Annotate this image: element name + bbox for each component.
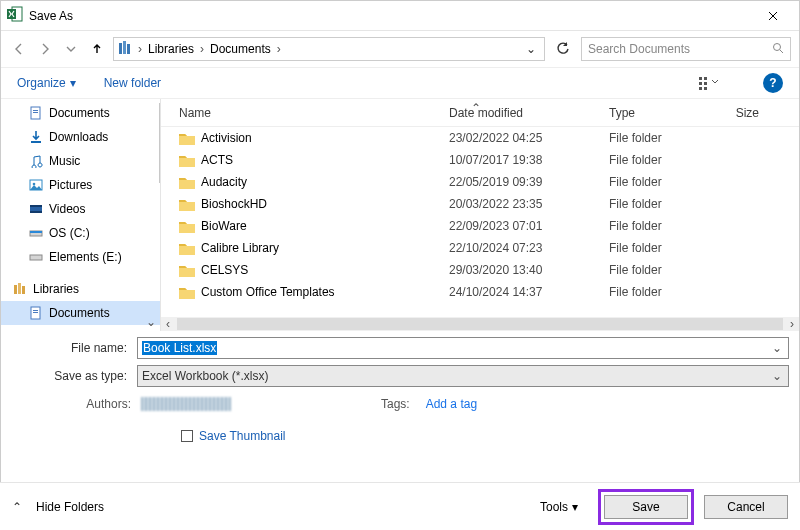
window-close-button[interactable] — [753, 2, 793, 30]
save-type-select[interactable]: Excel Workbook (*.xlsx) ⌄ — [137, 365, 789, 387]
svg-rect-7 — [699, 82, 702, 85]
tree-item-os-c[interactable]: OS (C:) — [1, 221, 160, 245]
file-name: Calibre Library — [201, 241, 279, 255]
refresh-button[interactable] — [551, 37, 575, 61]
file-type: File folder — [609, 219, 719, 233]
tags-label: Tags: — [381, 397, 410, 411]
svg-point-5 — [774, 43, 781, 50]
nav-up-button[interactable] — [87, 39, 107, 59]
svg-rect-22 — [30, 231, 42, 233]
list-item[interactable]: Custom Office Templates 24/10/2024 14:37… — [179, 281, 799, 303]
svg-rect-10 — [704, 82, 707, 85]
svg-rect-3 — [123, 41, 126, 54]
videos-icon — [29, 202, 43, 216]
svg-rect-26 — [22, 286, 25, 294]
col-size[interactable]: Size — [719, 106, 759, 120]
hide-folders-button[interactable]: Hide Folders — [36, 500, 104, 514]
column-headers[interactable]: ⌃ Name Date modified Type Size — [161, 99, 799, 127]
svg-rect-6 — [699, 77, 702, 80]
file-date: 22/10/2024 07:23 — [449, 241, 609, 255]
add-tag-button[interactable]: Add a tag — [426, 397, 477, 411]
col-name[interactable]: Name — [179, 106, 449, 120]
nav-back-button[interactable] — [9, 39, 29, 59]
tree-label: Documents — [49, 106, 110, 120]
file-name-label: File name: — [11, 341, 131, 355]
file-list[interactable]: Activision 23/02/2022 04:25 File folder … — [161, 127, 799, 317]
save-thumbnail-checkbox[interactable] — [181, 430, 193, 442]
dropdown-caret-icon: ▾ — [70, 76, 76, 90]
list-item[interactable]: CELSYS 29/03/2020 13:40 File folder — [179, 259, 799, 281]
authors-value-redacted[interactable] — [141, 397, 231, 411]
tree-item-downloads[interactable]: Downloads — [1, 125, 160, 149]
main-area: Documents Downloads Music Pictures Video… — [1, 99, 799, 331]
breadcrumb-history-dropdown[interactable]: ⌄ — [526, 42, 540, 56]
file-name-input[interactable]: Book List.xlsx ⌄ — [137, 337, 789, 359]
tools-menu[interactable]: Tools ▾ — [540, 500, 578, 514]
savetype-dropdown-icon[interactable]: ⌄ — [768, 366, 786, 386]
folder-icon — [179, 242, 195, 255]
crumb-libraries[interactable]: Libraries — [146, 42, 196, 56]
navpane-expand-chevron[interactable]: ⌄ — [1, 313, 160, 331]
tree-group-libraries[interactable]: Libraries — [1, 277, 160, 301]
file-date: 20/03/2022 23:35 — [449, 197, 609, 211]
new-folder-button[interactable]: New folder — [104, 76, 161, 90]
tree-item-pictures[interactable]: Pictures — [1, 173, 160, 197]
scroll-left-icon[interactable]: ‹ — [161, 317, 175, 331]
svg-rect-4 — [127, 44, 130, 54]
cancel-button[interactable]: Cancel — [704, 495, 788, 519]
folder-icon — [179, 198, 195, 211]
tree-item-elements-e[interactable]: Elements (E:) — [1, 245, 160, 269]
svg-point-17 — [33, 183, 36, 186]
list-item[interactable]: BioshockHD 20/03/2022 23:35 File folder — [179, 193, 799, 215]
pictures-icon — [29, 178, 43, 192]
breadcrumb-bar[interactable]: › Libraries › Documents › ⌄ — [113, 37, 545, 61]
excel-app-icon — [7, 6, 23, 25]
nav-forward-button[interactable] — [35, 39, 55, 59]
svg-rect-19 — [30, 205, 42, 207]
filename-history-dropdown[interactable]: ⌄ — [768, 338, 786, 358]
close-icon — [768, 11, 778, 21]
file-name-value: Book List.xlsx — [142, 341, 217, 355]
organize-button[interactable]: Organize ▾ — [17, 76, 76, 90]
svg-rect-2 — [119, 43, 122, 54]
svg-rect-8 — [699, 87, 702, 90]
file-name: Audacity — [201, 175, 247, 189]
dialog-footer: ⌃ Hide Folders Tools ▾ Save Cancel — [0, 482, 800, 530]
window-title: Save As — [29, 9, 753, 23]
navigation-pane[interactable]: Documents Downloads Music Pictures Video… — [1, 99, 161, 331]
nav-recent-dropdown[interactable] — [61, 39, 81, 59]
svg-rect-24 — [14, 285, 17, 294]
music-icon — [29, 154, 43, 168]
search-placeholder: Search Documents — [588, 42, 772, 56]
search-input[interactable]: Search Documents — [581, 37, 791, 61]
file-name: Custom Office Templates — [201, 285, 335, 299]
chevron-up-icon: ⌃ — [12, 500, 22, 514]
svg-rect-28 — [33, 310, 38, 311]
list-item[interactable]: ACTS 10/07/2017 19:38 File folder — [179, 149, 799, 171]
horizontal-scrollbar[interactable]: ‹ › — [161, 317, 799, 331]
col-type[interactable]: Type — [609, 106, 719, 120]
scroll-right-icon[interactable]: › — [785, 317, 799, 331]
help-button[interactable]: ? — [763, 73, 783, 93]
list-item[interactable]: Activision 23/02/2022 04:25 File folder — [179, 127, 799, 149]
view-list-icon — [699, 76, 719, 90]
list-item[interactable]: Audacity 22/05/2019 09:39 File folder — [179, 171, 799, 193]
scroll-track[interactable] — [177, 318, 783, 330]
save-thumbnail-label[interactable]: Save Thumbnail — [199, 429, 286, 443]
svg-rect-20 — [30, 211, 42, 213]
save-button[interactable]: Save — [604, 495, 688, 519]
crumb-documents[interactable]: Documents — [208, 42, 273, 56]
list-item[interactable]: Calibre Library 22/10/2024 07:23 File fo… — [179, 237, 799, 259]
document-icon — [29, 106, 43, 120]
save-button-highlight: Save — [598, 489, 694, 525]
save-type-label: Save as type: — [11, 369, 131, 383]
tree-item-videos[interactable]: Videos — [1, 197, 160, 221]
tree-item-music[interactable]: Music — [1, 149, 160, 173]
view-options-button[interactable] — [695, 73, 723, 93]
chevron-right-icon: › — [275, 42, 283, 56]
list-item[interactable]: BioWare 22/09/2023 07:01 File folder — [179, 215, 799, 237]
download-icon — [29, 130, 43, 144]
chevron-right-icon: › — [198, 42, 206, 56]
tree-item-documents[interactable]: Documents — [1, 101, 160, 125]
sort-indicator-icon: ⌃ — [471, 101, 481, 115]
